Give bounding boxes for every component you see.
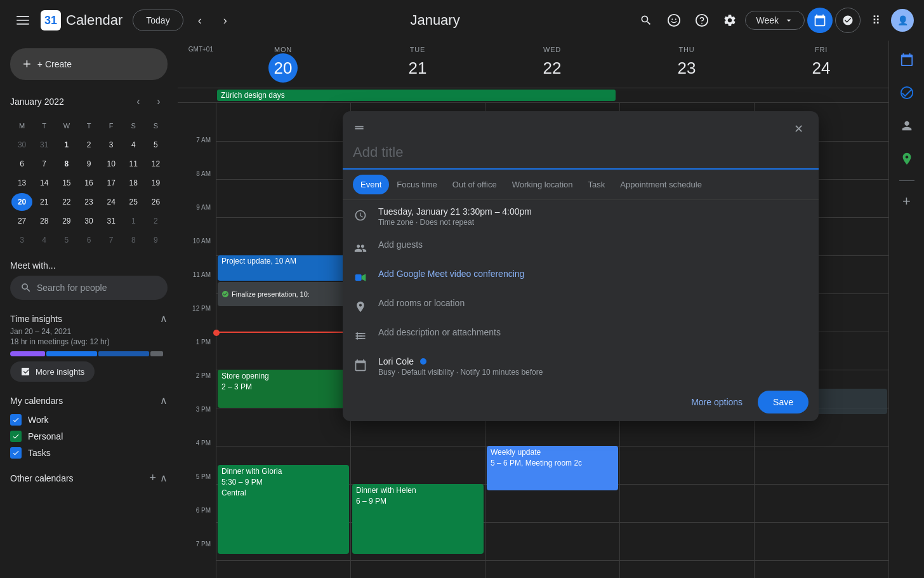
mini-cal-day[interactable]: 14 — [34, 174, 55, 192]
next-arrow[interactable]: › — [214, 9, 237, 32]
meet-content[interactable]: Add Google Meet video conferencing — [378, 269, 808, 279]
right-calendar-icon[interactable] — [895, 48, 918, 71]
calendar-item-work[interactable]: Work — [10, 412, 168, 428]
day-num-tue[interactable]: 21 — [403, 53, 432, 83]
personal-checkbox[interactable] — [10, 431, 22, 442]
mini-cal-day[interactable]: 31 — [34, 136, 55, 154]
settings-button[interactable] — [717, 8, 742, 33]
other-calendars-chevron[interactable]: ∧ — [160, 472, 168, 484]
mini-cal-day[interactable]: 17 — [101, 174, 122, 192]
mini-cal-day[interactable]: 9 — [78, 155, 99, 173]
mini-cal-day[interactable]: 7 — [34, 155, 55, 173]
tab-task[interactable]: Task — [581, 175, 613, 194]
mini-cal-day[interactable]: 23 — [78, 193, 99, 211]
mini-cal-day[interactable]: 26 — [145, 193, 166, 211]
mini-cal-day[interactable]: 2 — [78, 136, 99, 154]
avatar[interactable]: 👤 — [891, 9, 914, 32]
create-button[interactable]: + + Create — [10, 48, 168, 80]
tab-focus[interactable]: Focus time — [389, 175, 445, 194]
more-insights-button[interactable]: More insights — [10, 361, 95, 382]
mini-cal-day[interactable]: 10 — [101, 155, 122, 173]
mini-cal-day[interactable]: 18 — [123, 174, 144, 192]
location-content[interactable]: Add rooms or location — [378, 298, 808, 308]
my-calendars-chevron[interactable]: ∧ — [160, 394, 168, 407]
desc-content[interactable]: Add description or attachments — [378, 327, 808, 337]
mini-cal-day[interactable]: 31 — [101, 212, 122, 230]
tab-appointment[interactable]: Appointment schedule — [612, 175, 710, 194]
view-selector[interactable]: Week — [745, 11, 805, 30]
day-num-wed[interactable]: 22 — [538, 53, 567, 83]
day-col-mon[interactable]: Project update, 10 AM Finalize presentat… — [216, 103, 350, 578]
apps-button[interactable]: ⠿ — [863, 8, 888, 33]
mini-cal-day[interactable]: 22 — [56, 193, 77, 211]
event-weekly-update[interactable]: Weekly update5 – 6 PM, Meeting room 2c — [487, 446, 618, 490]
prev-arrow[interactable]: ‹ — [188, 9, 211, 32]
event-title-input[interactable] — [343, 139, 819, 170]
mini-cal-day[interactable]: 7 — [101, 231, 122, 249]
event-project-update[interactable]: Project update, 10 AM — [218, 255, 349, 281]
menu-button[interactable] — [10, 8, 36, 33]
mini-cal-day[interactable]: 29 — [56, 212, 77, 230]
save-button[interactable]: Save — [758, 391, 808, 413]
search-button[interactable] — [633, 8, 659, 33]
event-dinner-gloria[interactable]: Dinner with Gloria5:30 – 9 PMCentral — [218, 465, 349, 554]
mini-cal-day[interactable]: 24 — [101, 193, 122, 211]
add-guests-label[interactable]: Add guests — [378, 239, 808, 250]
right-tasks-icon[interactable] — [895, 81, 918, 104]
insights-chevron[interactable]: ∧ — [160, 313, 168, 325]
datetime-main[interactable]: Tuesday, January 21 3:30pm – 4:00pm — [378, 206, 808, 217]
mini-cal-day[interactable]: 15 — [56, 174, 77, 192]
mini-cal-day[interactable]: 19 — [145, 174, 166, 192]
day-num-thu[interactable]: 23 — [672, 53, 701, 83]
location-label[interactable]: Add rooms or location — [378, 298, 808, 308]
more-options-button[interactable]: More options — [683, 392, 750, 412]
mini-cal-day[interactable]: 28 — [34, 212, 55, 230]
lori-cole-label[interactable]: Lori Cole — [378, 356, 808, 366]
mini-cal-day[interactable]: 13 — [11, 174, 32, 192]
mini-cal-day[interactable]: 27 — [11, 212, 32, 230]
desc-label[interactable]: Add description or attachments — [378, 327, 808, 337]
mini-cal-day[interactable]: 8 — [56, 155, 77, 173]
search-people[interactable]: Search for people — [10, 276, 168, 300]
mini-cal-day[interactable]: 4 — [123, 136, 144, 154]
mini-cal-day[interactable]: 12 — [145, 155, 166, 173]
today-button[interactable]: Today — [133, 10, 183, 31]
day-num-fri[interactable]: 24 — [807, 53, 836, 83]
right-contacts-icon[interactable] — [895, 114, 918, 137]
tasks-checkbox[interactable] — [10, 447, 22, 459]
mini-cal-next[interactable]: › — [150, 93, 168, 111]
mini-cal-day[interactable]: 3 — [11, 231, 32, 249]
dialog-close-button[interactable]: ✕ — [788, 119, 808, 139]
mini-cal-day[interactable]: 25 — [123, 193, 144, 211]
meet-label[interactable]: Add Google Meet video conferencing — [378, 269, 808, 279]
mini-cal-day[interactable]: 1 — [123, 212, 144, 230]
mini-cal-day[interactable]: 21 — [34, 193, 55, 211]
calendar-view-button[interactable] — [807, 8, 833, 33]
tab-ooo[interactable]: Out of office — [445, 175, 505, 194]
event-dinner-helen[interactable]: Dinner with Helen6 – 9 PM — [352, 484, 484, 554]
mini-cal-day[interactable]: 11 — [123, 155, 144, 173]
mini-cal-day[interactable]: 9 — [145, 231, 166, 249]
mini-cal-day[interactable]: 6 — [11, 155, 32, 173]
mini-cal-day[interactable]: 30 — [78, 212, 99, 230]
tasks-button[interactable] — [835, 8, 861, 33]
calendar-item-personal[interactable]: Personal — [10, 428, 168, 445]
mini-cal-day[interactable]: 5 — [145, 136, 166, 154]
right-maps-icon[interactable] — [895, 147, 918, 170]
mini-cal-prev[interactable]: ‹ — [129, 93, 147, 111]
mini-cal-day[interactable]: 1 — [56, 136, 77, 154]
guests-content[interactable]: Add guests — [378, 239, 808, 250]
mini-cal-day[interactable]: 8 — [123, 231, 144, 249]
event-store-opening[interactable]: Store opening2 – 3 PM — [218, 370, 349, 408]
mini-cal-day[interactable]: 4 — [34, 231, 55, 249]
event-finalize[interactable]: Finalize presentation, 10: — [218, 282, 349, 306]
help-button[interactable] — [689, 8, 715, 33]
right-add-button[interactable]: + — [897, 191, 917, 212]
mini-cal-day[interactable]: 3 — [101, 136, 122, 154]
tab-event[interactable]: Event — [353, 175, 389, 194]
mini-cal-day[interactable]: 20 — [11, 193, 32, 211]
day-num-mon[interactable]: 20 — [268, 53, 298, 83]
status-button[interactable] — [661, 8, 687, 33]
mini-cal-day[interactable]: 16 — [78, 174, 99, 192]
mini-cal-day[interactable]: 5 — [56, 231, 77, 249]
